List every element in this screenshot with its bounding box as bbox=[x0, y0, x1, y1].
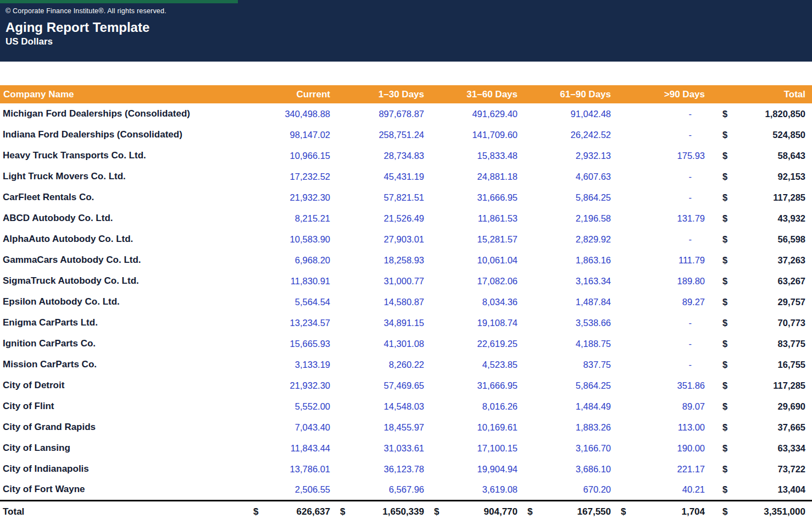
currency-symbol: $ bbox=[711, 506, 727, 517]
currency-symbol: $ bbox=[711, 443, 727, 454]
company-name-cell: AlphaAuto Autobody Co. Ltd. bbox=[0, 229, 250, 250]
report-subtitle: US Dollars bbox=[5, 36, 812, 47]
aging-value-cell-days90plus: - bbox=[618, 124, 711, 145]
aging-value-cell-days90plus: - bbox=[618, 354, 711, 375]
amount-value: 56,598 bbox=[778, 234, 805, 244]
aging-value-cell-days31_60: 22,619.25 bbox=[431, 333, 524, 354]
aging-value-cell-days61_90: 5,864.25 bbox=[524, 375, 618, 396]
aging-value-cell-days31_60: 19,904.94 bbox=[431, 459, 524, 479]
aging-value-cell-days1_30: 6,567.96 bbox=[337, 479, 431, 500]
row-total-cell: $37,263 bbox=[711, 250, 812, 271]
table-row: SigmaTruck Autobody Co. Ltd.11,830.9131,… bbox=[0, 271, 812, 291]
amount-value: 167,550 bbox=[577, 506, 611, 517]
aging-value-cell-days31_60: 17,100.15 bbox=[431, 438, 524, 459]
amount-value: 83,775 bbox=[778, 339, 805, 349]
aging-value-cell-days61_90: 5,864.25 bbox=[524, 187, 618, 208]
aging-value-cell-days1_30: 18,455.97 bbox=[337, 417, 431, 438]
aging-value-cell-current: 11,830.91 bbox=[250, 271, 337, 291]
column-header-days1_30: 1–30 Days bbox=[337, 85, 431, 103]
aging-value-cell-days61_90: 3,163.34 bbox=[524, 271, 618, 291]
aging-value-cell-days61_90: 3,166.70 bbox=[524, 438, 618, 459]
currency-symbol: $ bbox=[711, 318, 727, 328]
table-row: Light Truck Movers Co. Ltd.17,232.5245,4… bbox=[0, 166, 812, 187]
currency-symbol: $ bbox=[250, 506, 258, 517]
table-row: Heavy Truck Transports Co. Ltd.10,966.15… bbox=[0, 145, 812, 166]
aging-table-container: Company NameCurrent1–30 Days31–60 Days61… bbox=[0, 85, 812, 522]
currency-symbol: $ bbox=[711, 130, 727, 140]
aging-value-cell-days90plus: 351.86 bbox=[618, 375, 711, 396]
aging-value-cell-days61_90: 3,538.66 bbox=[524, 312, 618, 333]
report-title: Aging Report Template bbox=[5, 20, 812, 35]
total-row-value-days31_60: $904,770 bbox=[431, 500, 524, 522]
company-name-cell: Michigan Ford Dealerships (Consolidated) bbox=[0, 103, 250, 124]
company-name-cell: City of Lansing bbox=[0, 438, 250, 459]
total-row-value-days61_90: $167,550 bbox=[524, 500, 618, 522]
company-name-cell: CarFleet Rentals Co. bbox=[0, 187, 250, 208]
aging-value-cell-days1_30: 27,903.01 bbox=[337, 229, 431, 250]
aging-value-cell-days31_60: 17,082.06 bbox=[431, 271, 524, 291]
aging-value-cell-current: 2,506.55 bbox=[250, 479, 337, 500]
aging-value-cell-days61_90: 837.75 bbox=[524, 354, 618, 375]
company-name-cell: SigmaTruck Autobody Co. Ltd. bbox=[0, 271, 250, 291]
table-row: Indiana Ford Dealerships (Consolidated)9… bbox=[0, 124, 812, 145]
aging-value-cell-current: 5,564.54 bbox=[250, 291, 337, 312]
aging-table: Company NameCurrent1–30 Days31–60 Days61… bbox=[0, 85, 812, 522]
amount-value: 1,820,850 bbox=[765, 109, 805, 119]
aging-value-cell-days90plus: 111.79 bbox=[618, 250, 711, 271]
row-total-cell: $70,773 bbox=[711, 312, 812, 333]
aging-value-cell-days1_30: 45,431.19 bbox=[337, 166, 431, 187]
copyright-text: © Corporate Finance Institute®. All righ… bbox=[5, 7, 812, 15]
table-row: City of Lansing11,843.4431,033.6117,100.… bbox=[0, 438, 812, 459]
currency-symbol: $ bbox=[711, 172, 727, 182]
aging-value-cell-days61_90: 3,686.10 bbox=[524, 459, 618, 479]
aging-value-cell-days1_30: 21,526.49 bbox=[337, 208, 431, 229]
aging-value-cell-days1_30: 36,123.78 bbox=[337, 459, 431, 479]
table-row: Mission CarParts Co.3,133.198,260.224,52… bbox=[0, 354, 812, 375]
aging-value-cell-days31_60: 3,619.08 bbox=[431, 479, 524, 500]
top-accent-strip bbox=[0, 0, 238, 3]
row-total-cell: $117,285 bbox=[711, 375, 812, 396]
aging-value-cell-days31_60: 11,861.53 bbox=[431, 208, 524, 229]
aging-value-cell-days90plus: 190.00 bbox=[618, 438, 711, 459]
column-header-company: Company Name bbox=[0, 85, 250, 103]
company-name-cell: City of Flint bbox=[0, 396, 250, 417]
table-row: City of Flint5,552.0014,548.038,016.261,… bbox=[0, 396, 812, 417]
currency-symbol: $ bbox=[711, 213, 727, 224]
aging-value-cell-current: 10,966.15 bbox=[250, 145, 337, 166]
currency-symbol: $ bbox=[711, 276, 727, 286]
aging-value-cell-days31_60: 10,169.61 bbox=[431, 417, 524, 438]
table-row: Ignition CarParts Co.15,665.9341,301.082… bbox=[0, 333, 812, 354]
amount-value: 63,267 bbox=[778, 276, 805, 286]
aging-value-cell-current: 98,147.02 bbox=[250, 124, 337, 145]
column-header-days31_60: 31–60 Days bbox=[431, 85, 524, 103]
company-name-cell: Mission CarParts Co. bbox=[0, 354, 250, 375]
table-row: City of Detroit21,932.3057,469.6531,666.… bbox=[0, 375, 812, 396]
aging-value-cell-days1_30: 897,678.87 bbox=[337, 103, 431, 124]
currency-symbol: $ bbox=[711, 422, 727, 433]
aging-value-cell-current: 21,932.30 bbox=[250, 375, 337, 396]
total-row-value-current: $626,637 bbox=[250, 500, 337, 522]
currency-symbol: $ bbox=[618, 506, 626, 517]
aging-value-cell-days31_60: 8,034.36 bbox=[431, 291, 524, 312]
amount-value: 29,690 bbox=[778, 401, 805, 411]
company-name-cell: City of Grand Rapids bbox=[0, 417, 250, 438]
currency-symbol: $ bbox=[431, 506, 439, 517]
aging-value-cell-days61_90: 4,188.75 bbox=[524, 333, 618, 354]
aging-value-cell-days1_30: 41,301.08 bbox=[337, 333, 431, 354]
amount-value: 73,722 bbox=[778, 464, 805, 474]
currency-symbol: $ bbox=[711, 484, 727, 495]
aging-value-cell-days90plus: 175.93 bbox=[618, 145, 711, 166]
company-name-cell: Ignition CarParts Co. bbox=[0, 333, 250, 354]
column-header-days61_90: 61–90 Days bbox=[524, 85, 618, 103]
aging-value-cell-current: 6,968.20 bbox=[250, 250, 337, 271]
aging-value-cell-current: 17,232.52 bbox=[250, 166, 337, 187]
row-total-cell: $43,932 bbox=[711, 208, 812, 229]
aging-value-cell-days61_90: 1,487.84 bbox=[524, 291, 618, 312]
aging-value-cell-days61_90: 26,242.52 bbox=[524, 124, 618, 145]
company-name-cell: Epsilon Autobody Co. Ltd. bbox=[0, 291, 250, 312]
row-total-cell: $63,334 bbox=[711, 438, 812, 459]
aging-value-cell-days90plus: - bbox=[618, 229, 711, 250]
aging-value-cell-current: 5,552.00 bbox=[250, 396, 337, 417]
aging-value-cell-days31_60: 31,666.95 bbox=[431, 187, 524, 208]
row-total-cell: $524,850 bbox=[711, 124, 812, 145]
